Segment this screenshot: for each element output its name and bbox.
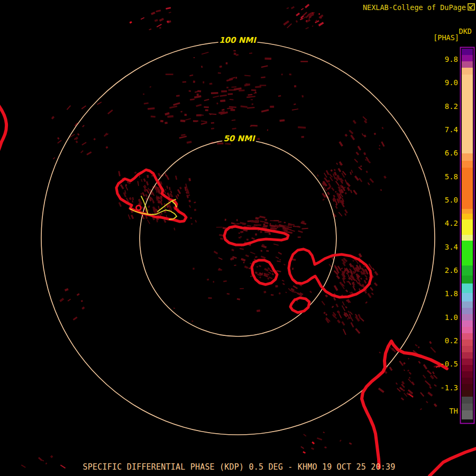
echo-speck xyxy=(191,223,193,225)
echo-speck xyxy=(250,252,255,254)
echo-speck xyxy=(383,176,387,179)
echo-speck xyxy=(118,171,121,176)
echo-speck xyxy=(255,256,258,258)
echo-speck xyxy=(177,189,181,194)
colorbar-segment xyxy=(462,161,473,168)
echo-speck xyxy=(349,314,351,317)
echo-speck xyxy=(404,370,405,371)
echo-speck xyxy=(305,27,309,30)
echo-speck xyxy=(325,294,328,297)
echo-speck xyxy=(322,301,325,306)
echo-speck xyxy=(269,233,271,235)
echo-speck xyxy=(202,52,209,54)
echo-speck xyxy=(285,292,287,294)
echo-speck xyxy=(323,432,325,433)
echo-speck xyxy=(154,19,158,22)
echo-speck xyxy=(347,318,349,319)
echo-speck xyxy=(276,257,279,259)
echo-speck xyxy=(408,358,409,360)
echo-speck xyxy=(367,293,371,298)
echo-speck xyxy=(287,23,292,29)
echo-speck xyxy=(364,274,368,278)
colorbar-segment xyxy=(462,219,473,235)
echo-speck xyxy=(255,271,258,274)
echo-speck xyxy=(216,227,223,228)
echo-speck xyxy=(220,237,223,240)
echo-speck xyxy=(351,170,353,173)
echo-speck xyxy=(407,370,409,372)
colorbar-segment xyxy=(462,68,473,75)
echo-speck xyxy=(60,464,66,468)
echo-speck xyxy=(249,52,252,54)
echo-speck xyxy=(259,265,261,267)
echo-speck xyxy=(350,172,352,175)
echo-speck xyxy=(335,181,340,186)
echo-speck xyxy=(349,130,353,134)
colorbar-segment xyxy=(462,404,473,410)
echo-speck xyxy=(261,109,269,112)
echo-speck xyxy=(161,213,163,215)
echo-speck xyxy=(379,352,380,353)
echo-speck xyxy=(345,306,347,309)
echo-speck xyxy=(214,251,218,254)
echo-speck xyxy=(145,215,148,219)
echo-speck xyxy=(231,87,236,88)
colorbar-tick-label: 9.8 xyxy=(445,55,458,63)
echo-speck xyxy=(257,266,258,268)
ring-label-50nmi: 50 NMI xyxy=(223,134,255,143)
echo-speck xyxy=(301,95,304,98)
colorbar-segment xyxy=(462,359,473,365)
echo-speck xyxy=(354,159,358,163)
echo-speck xyxy=(418,346,420,349)
product-caption: SPECIFIC DIFFERENTIAL PHASE (KDP) 0.5 DE… xyxy=(83,462,396,472)
echo-speck xyxy=(234,264,236,266)
echo-speck xyxy=(189,205,191,208)
echo-speck xyxy=(195,219,197,222)
echo-speck xyxy=(194,57,195,58)
echo-speck xyxy=(336,275,340,279)
echo-speck xyxy=(305,4,309,8)
echo-speck xyxy=(193,268,194,270)
echo-speck xyxy=(150,86,151,87)
echo-speck xyxy=(211,92,218,94)
echo-speck xyxy=(342,301,345,306)
echo-speck xyxy=(246,239,249,241)
echo-speck xyxy=(179,187,182,189)
echo-speck xyxy=(338,212,343,216)
echo-speck xyxy=(176,95,180,97)
echo-speck xyxy=(360,278,362,280)
echo-speck xyxy=(149,29,151,31)
echo-speck xyxy=(354,176,359,181)
echo-speck xyxy=(364,280,367,283)
echo-speck xyxy=(248,94,252,96)
echo-speck xyxy=(374,133,377,135)
colorbar-tick-label: -0.5 xyxy=(440,360,458,368)
echo-speck xyxy=(323,312,326,314)
echo-speck xyxy=(347,187,351,191)
echo-speck xyxy=(344,192,347,195)
echo-speck xyxy=(362,133,364,136)
echo-speck xyxy=(279,292,281,295)
echo-speck xyxy=(232,120,236,121)
echo-speck xyxy=(196,104,202,107)
colorbar-segment xyxy=(462,365,473,371)
echo-speck xyxy=(324,446,327,448)
echo-layer xyxy=(21,4,443,469)
echo-speck xyxy=(255,233,257,235)
echo-speck xyxy=(337,168,341,172)
colorbar-segment xyxy=(462,308,473,314)
colorbar-tick-label: 5.8 xyxy=(445,172,458,181)
colorbar-tick-label: 8.2 xyxy=(445,102,458,111)
echo-speck xyxy=(317,437,322,441)
echo-speck xyxy=(42,460,44,462)
echo-speck xyxy=(50,455,53,458)
island-outline-big-island-southeast-coast xyxy=(429,448,476,476)
echo-speck xyxy=(347,310,350,313)
echo-speck xyxy=(358,167,362,170)
echo-speck xyxy=(261,255,266,259)
echo-speck xyxy=(266,250,269,252)
echo-speck xyxy=(45,462,48,464)
echo-speck xyxy=(399,361,404,366)
echo-speck xyxy=(309,291,312,294)
echo-speck xyxy=(396,382,398,385)
